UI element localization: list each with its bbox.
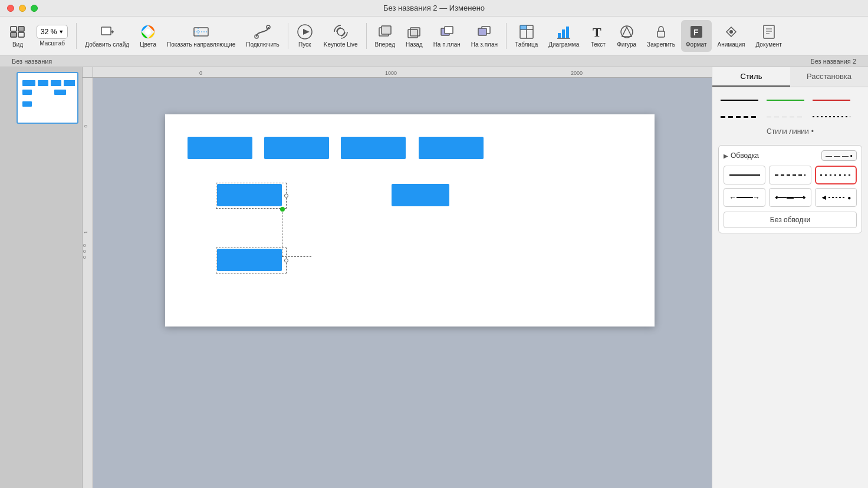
svg-marker-35 — [622, 27, 632, 37]
chart-label: Диаграмма — [548, 41, 579, 48]
slide-rect-2[interactable] — [264, 137, 329, 159]
toolbar-chart[interactable]: Диаграмма — [544, 20, 584, 52]
close-button[interactable] — [7, 5, 14, 12]
style-item-arrow-bold[interactable]: ⟵ ⟶ — [769, 188, 811, 207]
outline-label-row: ▶ Обводка — [724, 151, 759, 160]
style-item-solid[interactable] — [724, 166, 765, 184]
svg-point-39 — [729, 30, 733, 34]
toolbar-table[interactable]: Таблица — [510, 20, 542, 52]
line-green — [767, 100, 804, 101]
zoom-value: 32 % — [41, 28, 57, 36]
toolbar-add-slide[interactable]: Добавить слайд — [80, 20, 134, 52]
toolbar-forward[interactable]: Вперед — [370, 20, 400, 52]
view-icon — [9, 24, 26, 40]
keynote-live-icon — [333, 24, 349, 40]
toolbar-front[interactable]: На п.план — [429, 20, 465, 52]
chart-icon — [555, 24, 572, 40]
dot-right: ● — [847, 194, 851, 201]
tab-arrange[interactable]: Расстановка — [790, 67, 868, 87]
line-dashed-thick — [721, 116, 758, 118]
svg-rect-2 — [11, 32, 17, 37]
toolbar-keynote-live[interactable]: Keynote Live — [319, 20, 363, 52]
titlebar: Без названия 2 — Изменено — [0, 0, 868, 17]
line-sample-dashed-thick[interactable] — [718, 111, 761, 123]
slide-rect-3[interactable] — [341, 137, 406, 159]
toolbar-lock[interactable]: Закрепить — [642, 20, 680, 52]
canvas-area[interactable]: 0 1000 2000 0 1 0 0 0 ◀ — [83, 67, 712, 488]
line-sample-dashed-light[interactable] — [764, 111, 807, 123]
line-red — [813, 100, 850, 101]
toolbar-scale[interactable]: 32 % ▼ Масштаб — [32, 20, 73, 52]
arrow-dashed — [775, 174, 805, 176]
slide-rect-1[interactable] — [188, 137, 252, 159]
style-item-dot-pattern[interactable]: ◄ ● — [815, 188, 857, 207]
slide-thumbnail[interactable] — [17, 72, 78, 124]
arrow-mid — [737, 197, 753, 198]
arrow-left-head: ← — [729, 193, 737, 202]
toolbar-shape[interactable]: Фигура — [612, 20, 641, 52]
svg-point-16 — [337, 28, 344, 35]
section-title-text: Стили линии — [767, 127, 809, 136]
dot-left: ◄ — [820, 193, 827, 202]
forward-icon — [377, 24, 393, 40]
connector-handle[interactable] — [280, 207, 285, 212]
toolbar-play[interactable]: Пуск — [292, 20, 318, 52]
colors-label: Цвета — [140, 41, 156, 48]
animation-icon — [723, 24, 739, 40]
thumb-rect-6 — [54, 90, 66, 95]
line-sample-solid-red[interactable] — [810, 94, 853, 106]
line-sample-solid-green[interactable] — [764, 94, 807, 106]
tab-style[interactable]: Стиль — [712, 67, 790, 87]
style-item-dotted-selected[interactable] — [815, 166, 857, 184]
line-dashed-light — [767, 117, 804, 117]
panel-content: Стили линии • ▶ Обводка — — — ▪ — [712, 87, 868, 488]
front-label: На п.план — [433, 41, 461, 48]
zoom-control[interactable]: 32 % ▼ — [37, 25, 68, 39]
colors-icon — [140, 24, 156, 40]
slide-item-1[interactable]: 1 — [4, 72, 78, 124]
svg-rect-29 — [558, 33, 561, 38]
shape-label: Фигура — [617, 41, 636, 48]
svg-rect-24 — [478, 28, 486, 35]
toolbar-guides[interactable]: Показать направляющие — [162, 20, 240, 52]
selection-handle-2[interactable] — [284, 259, 288, 263]
back-label: Назад — [406, 41, 423, 48]
svg-point-8 — [145, 29, 151, 35]
style-item-dashed[interactable] — [769, 166, 811, 184]
svg-rect-36 — [657, 31, 665, 37]
slide-rect-6[interactable] — [392, 184, 449, 206]
ruler-corner — [83, 67, 93, 78]
arrow-bold-mid — [787, 197, 794, 199]
toolbar-colors[interactable]: Цвета — [135, 20, 161, 52]
toolbar-document[interactable]: Документ — [751, 20, 786, 52]
thumb-rect-2 — [38, 80, 48, 86]
svg-rect-18 — [382, 26, 391, 34]
animation-label: Анимация — [718, 41, 745, 48]
toolbar-text[interactable]: T Текст — [585, 20, 611, 52]
arrow-solid — [729, 174, 760, 176]
toolbar-animation[interactable]: Анимация — [713, 20, 750, 52]
text-label: Текст — [591, 41, 606, 48]
toolbar-view[interactable]: Вид — [5, 20, 31, 52]
toolbar-connect[interactable]: Подключить — [241, 20, 284, 52]
shape-icon — [619, 24, 635, 40]
style-item-arrow-double[interactable]: ← → — [724, 188, 765, 207]
slide-canvas[interactable] — [165, 114, 655, 327]
add-slide-label: Добавить слайд — [85, 41, 129, 48]
styles-grid: ← → ⟵ ⟶ ◄ — [724, 166, 857, 207]
arrow-bold-right: ⟶ — [794, 193, 805, 202]
minimize-button[interactable] — [19, 5, 26, 12]
maximize-button[interactable] — [31, 5, 38, 12]
selection-handle-right[interactable] — [284, 194, 288, 198]
line-sample-dotted[interactable] — [810, 111, 853, 123]
outline-value-selector[interactable]: — — — ▪ — [821, 150, 857, 161]
toolbar-back[interactable]: Назад — [401, 20, 428, 52]
toolbar-format[interactable]: F Формат — [681, 20, 712, 52]
arrow-dotted3 — [820, 174, 851, 176]
no-outline-button[interactable]: Без обводки — [724, 212, 857, 228]
toolbar-back2[interactable]: На з.план — [466, 20, 502, 52]
selection-box-2 — [216, 248, 287, 273]
slide-rect-4[interactable] — [419, 137, 484, 159]
ruler-left-1000: 1 — [83, 231, 88, 233]
line-sample-solid-black[interactable] — [718, 94, 761, 106]
